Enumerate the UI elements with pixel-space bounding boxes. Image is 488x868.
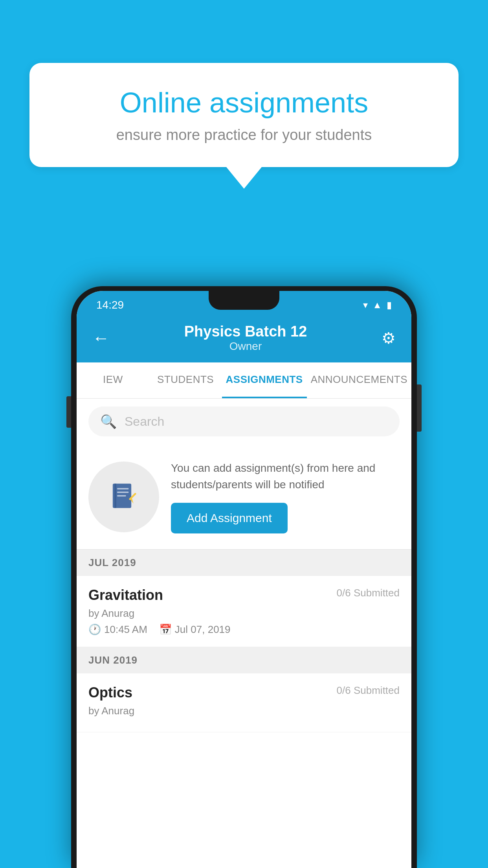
phone-screen: 14:29 ▾ ▲ ▮ ← Physics Batch 12 Owner ⚙ I…	[77, 291, 411, 868]
header-subtitle: Owner	[184, 340, 307, 353]
speech-bubble: Online assignments ensure more practice …	[29, 63, 459, 167]
assignment-item-gravitation[interactable]: Gravitation 0/6 Submitted by Anurag 🕐 10…	[77, 576, 411, 647]
settings-button[interactable]: ⚙	[382, 329, 396, 347]
assignment-time-gravitation: 🕐 10:45 AM	[88, 623, 147, 636]
assignment-name-gravitation: Gravitation	[88, 587, 163, 603]
hero-title: Online assignments	[57, 86, 431, 119]
svg-rect-1	[114, 484, 116, 508]
search-icon: 🔍	[100, 414, 117, 429]
status-icons: ▾ ▲ ▮	[363, 300, 392, 311]
app-header: ← Physics Batch 12 Owner ⚙	[77, 315, 411, 362]
phone-side-button-left	[66, 396, 71, 428]
assignment-item-optics-header: Optics 0/6 Submitted	[88, 684, 400, 701]
phone-notch	[209, 291, 279, 310]
tab-announcements[interactable]: ANNOUNCEMENTS	[307, 362, 411, 398]
status-time: 14:29	[96, 299, 124, 311]
svg-rect-2	[117, 488, 128, 489]
assignment-by-gravitation: by Anurag	[88, 607, 400, 620]
assignment-time-value: 10:45 AM	[104, 623, 147, 636]
svg-rect-3	[117, 491, 128, 493]
assignment-description: You can add assignment(s) from here and …	[171, 460, 400, 493]
assignment-name-optics: Optics	[88, 684, 132, 701]
clock-icon: 🕐	[88, 623, 101, 636]
back-button[interactable]: ←	[92, 328, 110, 348]
wifi-icon: ▾	[363, 300, 368, 311]
assignment-info: You can add assignment(s) from here and …	[171, 460, 400, 533]
header-title: Physics Batch 12	[184, 323, 307, 340]
calendar-icon: 📅	[159, 623, 172, 636]
section-header-jul: JUL 2019	[77, 550, 411, 576]
assignment-date-value: Jul 07, 2019	[175, 623, 231, 636]
add-assignment-section: You can add assignment(s) from here and …	[77, 444, 411, 550]
assignment-by-optics: by Anurag	[88, 705, 400, 717]
signal-icon: ▲	[372, 300, 382, 311]
tab-iew[interactable]: IEW	[77, 362, 149, 398]
assignment-date-gravitation: 📅 Jul 07, 2019	[159, 623, 231, 636]
phone-frame: 14:29 ▾ ▲ ▮ ← Physics Batch 12 Owner ⚙ I…	[71, 286, 417, 868]
hero-subtitle: ensure more practice for your students	[57, 127, 431, 143]
phone-side-button-right	[417, 384, 422, 432]
assignment-submitted-optics: 0/6 Submitted	[337, 684, 400, 697]
assignment-icon-circle	[88, 462, 159, 532]
section-label-jun: JUN 2019	[88, 654, 138, 666]
assignment-meta-gravitation: 🕐 10:45 AM 📅 Jul 07, 2019	[88, 623, 400, 636]
header-center: Physics Batch 12 Owner	[184, 323, 307, 353]
search-bar[interactable]: 🔍 Search	[88, 406, 400, 436]
assignment-item-header: Gravitation 0/6 Submitted	[88, 587, 400, 603]
svg-rect-4	[117, 495, 126, 496]
battery-icon: ▮	[387, 300, 392, 311]
section-header-jun: JUN 2019	[77, 647, 411, 673]
tab-assignments[interactable]: ASSIGNMENTS	[222, 362, 307, 398]
assignment-item-optics[interactable]: Optics 0/6 Submitted by Anurag	[77, 673, 411, 732]
hero-section: Online assignments ensure more practice …	[29, 63, 459, 189]
section-label-jul: JUL 2019	[88, 557, 136, 568]
notebook-icon	[106, 479, 141, 515]
search-container: 🔍 Search	[77, 399, 411, 444]
assignment-submitted-gravitation: 0/6 Submitted	[337, 587, 400, 599]
tab-students[interactable]: STUDENTS	[149, 362, 222, 398]
search-placeholder: Search	[125, 414, 164, 429]
speech-bubble-arrow	[226, 167, 262, 189]
tabs: IEW STUDENTS ASSIGNMENTS ANNOUNCEMENTS	[77, 362, 411, 399]
add-assignment-button[interactable]: Add Assignment	[171, 503, 288, 533]
